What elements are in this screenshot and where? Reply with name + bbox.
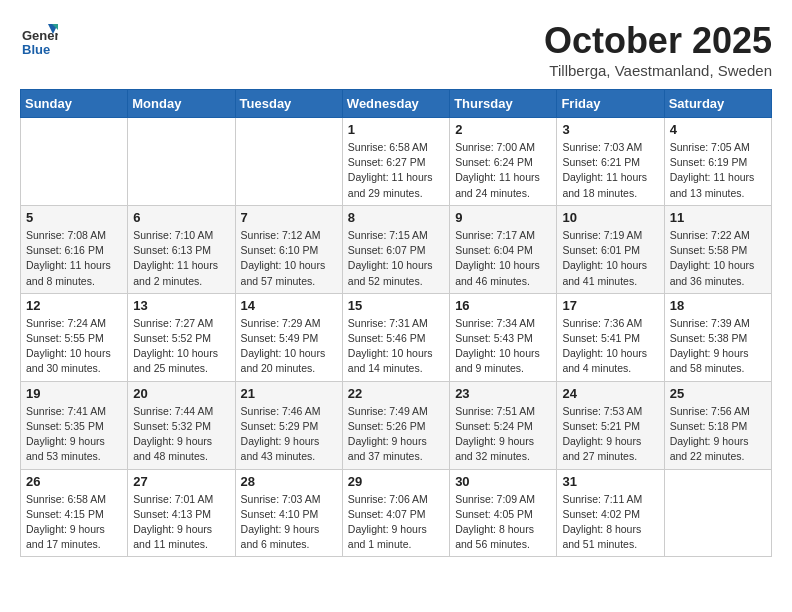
day-number: 13 [133, 298, 229, 313]
month-title: October 2025 [544, 20, 772, 62]
calendar-cell: 15Sunrise: 7:31 AM Sunset: 5:46 PM Dayli… [342, 293, 449, 381]
calendar-cell: 20Sunrise: 7:44 AM Sunset: 5:32 PM Dayli… [128, 381, 235, 469]
day-info: Sunrise: 7:03 AM Sunset: 6:21 PM Dayligh… [562, 140, 658, 201]
calendar-cell: 16Sunrise: 7:34 AM Sunset: 5:43 PM Dayli… [450, 293, 557, 381]
calendar-cell: 26Sunrise: 6:58 AM Sunset: 4:15 PM Dayli… [21, 469, 128, 557]
day-info: Sunrise: 7:39 AM Sunset: 5:38 PM Dayligh… [670, 316, 766, 377]
calendar-cell: 29Sunrise: 7:06 AM Sunset: 4:07 PM Dayli… [342, 469, 449, 557]
calendar-cell: 18Sunrise: 7:39 AM Sunset: 5:38 PM Dayli… [664, 293, 771, 381]
day-info: Sunrise: 7:03 AM Sunset: 4:10 PM Dayligh… [241, 492, 337, 553]
day-info: Sunrise: 7:41 AM Sunset: 5:35 PM Dayligh… [26, 404, 122, 465]
calendar-cell [664, 469, 771, 557]
day-info: Sunrise: 7:44 AM Sunset: 5:32 PM Dayligh… [133, 404, 229, 465]
calendar-cell: 10Sunrise: 7:19 AM Sunset: 6:01 PM Dayli… [557, 205, 664, 293]
day-number: 2 [455, 122, 551, 137]
day-info: Sunrise: 7:12 AM Sunset: 6:10 PM Dayligh… [241, 228, 337, 289]
day-info: Sunrise: 7:19 AM Sunset: 6:01 PM Dayligh… [562, 228, 658, 289]
day-info: Sunrise: 7:51 AM Sunset: 5:24 PM Dayligh… [455, 404, 551, 465]
title-block: October 2025 Tillberga, Vaestmanland, Sw… [544, 20, 772, 79]
day-number: 14 [241, 298, 337, 313]
day-number: 18 [670, 298, 766, 313]
week-row-1: 1Sunrise: 6:58 AM Sunset: 6:27 PM Daylig… [21, 118, 772, 206]
calendar-cell: 7Sunrise: 7:12 AM Sunset: 6:10 PM Daylig… [235, 205, 342, 293]
logo: General Blue [20, 20, 58, 58]
calendar-cell: 31Sunrise: 7:11 AM Sunset: 4:02 PM Dayli… [557, 469, 664, 557]
day-number: 20 [133, 386, 229, 401]
day-number: 8 [348, 210, 444, 225]
day-number: 24 [562, 386, 658, 401]
location: Tillberga, Vaestmanland, Sweden [544, 62, 772, 79]
day-number: 19 [26, 386, 122, 401]
day-number: 30 [455, 474, 551, 489]
calendar-cell: 28Sunrise: 7:03 AM Sunset: 4:10 PM Dayli… [235, 469, 342, 557]
calendar-cell: 11Sunrise: 7:22 AM Sunset: 5:58 PM Dayli… [664, 205, 771, 293]
day-info: Sunrise: 7:17 AM Sunset: 6:04 PM Dayligh… [455, 228, 551, 289]
day-number: 4 [670, 122, 766, 137]
week-row-5: 26Sunrise: 6:58 AM Sunset: 4:15 PM Dayli… [21, 469, 772, 557]
day-number: 23 [455, 386, 551, 401]
calendar-cell [21, 118, 128, 206]
day-number: 26 [26, 474, 122, 489]
calendar-cell: 23Sunrise: 7:51 AM Sunset: 5:24 PM Dayli… [450, 381, 557, 469]
day-info: Sunrise: 7:08 AM Sunset: 6:16 PM Dayligh… [26, 228, 122, 289]
day-number: 6 [133, 210, 229, 225]
day-info: Sunrise: 6:58 AM Sunset: 6:27 PM Dayligh… [348, 140, 444, 201]
day-info: Sunrise: 7:53 AM Sunset: 5:21 PM Dayligh… [562, 404, 658, 465]
calendar-cell: 6Sunrise: 7:10 AM Sunset: 6:13 PM Daylig… [128, 205, 235, 293]
calendar-cell: 14Sunrise: 7:29 AM Sunset: 5:49 PM Dayli… [235, 293, 342, 381]
weekday-header-tuesday: Tuesday [235, 90, 342, 118]
page-header: General Blue October 2025 Tillberga, Vae… [20, 20, 772, 79]
week-row-3: 12Sunrise: 7:24 AM Sunset: 5:55 PM Dayli… [21, 293, 772, 381]
day-number: 15 [348, 298, 444, 313]
day-info: Sunrise: 7:00 AM Sunset: 6:24 PM Dayligh… [455, 140, 551, 201]
day-info: Sunrise: 7:11 AM Sunset: 4:02 PM Dayligh… [562, 492, 658, 553]
day-info: Sunrise: 7:09 AM Sunset: 4:05 PM Dayligh… [455, 492, 551, 553]
day-number: 25 [670, 386, 766, 401]
calendar-table: SundayMondayTuesdayWednesdayThursdayFrid… [20, 89, 772, 557]
day-number: 3 [562, 122, 658, 137]
day-number: 27 [133, 474, 229, 489]
day-number: 16 [455, 298, 551, 313]
weekday-header-sunday: Sunday [21, 90, 128, 118]
day-number: 5 [26, 210, 122, 225]
weekday-header-monday: Monday [128, 90, 235, 118]
day-info: Sunrise: 7:05 AM Sunset: 6:19 PM Dayligh… [670, 140, 766, 201]
calendar-cell: 22Sunrise: 7:49 AM Sunset: 5:26 PM Dayli… [342, 381, 449, 469]
day-info: Sunrise: 7:31 AM Sunset: 5:46 PM Dayligh… [348, 316, 444, 377]
calendar-cell: 24Sunrise: 7:53 AM Sunset: 5:21 PM Dayli… [557, 381, 664, 469]
weekday-header-wednesday: Wednesday [342, 90, 449, 118]
weekday-header-saturday: Saturday [664, 90, 771, 118]
day-info: Sunrise: 7:27 AM Sunset: 5:52 PM Dayligh… [133, 316, 229, 377]
calendar-cell: 3Sunrise: 7:03 AM Sunset: 6:21 PM Daylig… [557, 118, 664, 206]
day-info: Sunrise: 7:46 AM Sunset: 5:29 PM Dayligh… [241, 404, 337, 465]
day-number: 28 [241, 474, 337, 489]
week-row-2: 5Sunrise: 7:08 AM Sunset: 6:16 PM Daylig… [21, 205, 772, 293]
day-info: Sunrise: 7:15 AM Sunset: 6:07 PM Dayligh… [348, 228, 444, 289]
calendar-cell: 5Sunrise: 7:08 AM Sunset: 6:16 PM Daylig… [21, 205, 128, 293]
day-info: Sunrise: 7:29 AM Sunset: 5:49 PM Dayligh… [241, 316, 337, 377]
week-row-4: 19Sunrise: 7:41 AM Sunset: 5:35 PM Dayli… [21, 381, 772, 469]
calendar-cell: 19Sunrise: 7:41 AM Sunset: 5:35 PM Dayli… [21, 381, 128, 469]
day-number: 10 [562, 210, 658, 225]
calendar-cell: 9Sunrise: 7:17 AM Sunset: 6:04 PM Daylig… [450, 205, 557, 293]
day-info: Sunrise: 7:36 AM Sunset: 5:41 PM Dayligh… [562, 316, 658, 377]
day-info: Sunrise: 7:49 AM Sunset: 5:26 PM Dayligh… [348, 404, 444, 465]
day-info: Sunrise: 7:06 AM Sunset: 4:07 PM Dayligh… [348, 492, 444, 553]
calendar-cell [128, 118, 235, 206]
weekday-header-friday: Friday [557, 90, 664, 118]
calendar-cell: 30Sunrise: 7:09 AM Sunset: 4:05 PM Dayli… [450, 469, 557, 557]
day-number: 12 [26, 298, 122, 313]
day-info: Sunrise: 7:10 AM Sunset: 6:13 PM Dayligh… [133, 228, 229, 289]
calendar-cell: 8Sunrise: 7:15 AM Sunset: 6:07 PM Daylig… [342, 205, 449, 293]
calendar-cell: 2Sunrise: 7:00 AM Sunset: 6:24 PM Daylig… [450, 118, 557, 206]
day-info: Sunrise: 7:24 AM Sunset: 5:55 PM Dayligh… [26, 316, 122, 377]
calendar-cell: 25Sunrise: 7:56 AM Sunset: 5:18 PM Dayli… [664, 381, 771, 469]
day-number: 31 [562, 474, 658, 489]
weekday-header-row: SundayMondayTuesdayWednesdayThursdayFrid… [21, 90, 772, 118]
calendar-cell [235, 118, 342, 206]
calendar-cell: 12Sunrise: 7:24 AM Sunset: 5:55 PM Dayli… [21, 293, 128, 381]
day-info: Sunrise: 7:22 AM Sunset: 5:58 PM Dayligh… [670, 228, 766, 289]
day-number: 21 [241, 386, 337, 401]
calendar-cell: 4Sunrise: 7:05 AM Sunset: 6:19 PM Daylig… [664, 118, 771, 206]
calendar-cell: 13Sunrise: 7:27 AM Sunset: 5:52 PM Dayli… [128, 293, 235, 381]
